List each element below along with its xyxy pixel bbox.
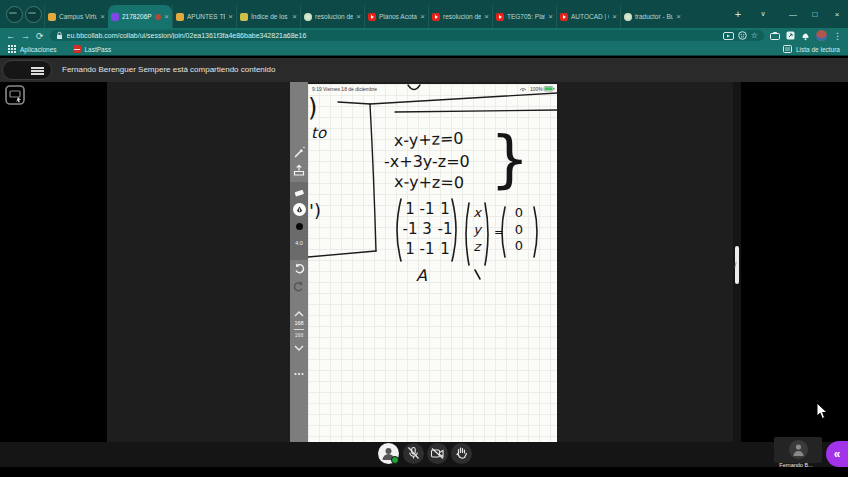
open-collab-panel-button[interactable]: « <box>826 441 848 467</box>
bookmark-star-icon[interactable]: ☆ <box>751 31 758 40</box>
my-status-button[interactable] <box>378 443 399 464</box>
browser-toolbar: ← → ⟳ eu.bbcollab.com/collab/ui/session/… <box>0 28 848 43</box>
zero-vector: 0 0 0 <box>515 205 523 253</box>
tab-resolucion-1[interactable]: resolucion de ter... × <box>300 5 364 28</box>
bookmark-apps[interactable]: Aplicaciones <box>20 46 57 53</box>
equation-system: x-y+z=0 -x+3y-z=0 x-y+z=0 } <box>384 122 529 195</box>
close-button[interactable]: × <box>826 10 848 19</box>
vector-y: y <box>473 222 483 237</box>
ink-color-swatch[interactable] <box>296 223 303 230</box>
tab-favicon <box>240 13 248 21</box>
url-text[interactable]: eu.bbcollab.com/collab/ui/session/join/0… <box>67 32 719 39</box>
tab-close-icon[interactable]: × <box>228 13 233 21</box>
vector-z: z <box>474 239 483 254</box>
reading-list-button[interactable]: Lista de lectura <box>796 46 840 53</box>
fountain-pen-icon <box>293 204 306 217</box>
tab-favicon <box>304 13 312 21</box>
tab-close-icon[interactable]: × <box>100 13 105 21</box>
ipad-side-handle[interactable] <box>735 246 739 284</box>
tab-resolucion-2[interactable]: resolucion de ter... × <box>428 5 492 28</box>
tab-close-icon[interactable]: × <box>420 13 425 21</box>
notifications-bell-icon[interactable] <box>801 31 810 41</box>
tab-label: Índice de los ejer... <box>251 13 289 20</box>
reload-button[interactable]: ⟳ <box>36 31 44 41</box>
youtube-favicon <box>368 13 376 21</box>
extension-square-icon[interactable] <box>786 31 795 40</box>
share-tray-icon[interactable] <box>293 164 305 176</box>
shared-content-pip-icon[interactable] <box>5 85 25 105</box>
tab-planos-acotados[interactable]: Planos Acotados × <box>364 5 428 28</box>
equals-sign: = <box>494 225 504 239</box>
collab-bottom-bar <box>0 442 848 467</box>
hamburger-icon <box>31 67 44 69</box>
pen-tool-selected[interactable] <box>293 203 306 216</box>
tab-apuntes[interactable]: APUNTES TERRI... × <box>172 5 236 28</box>
participant-thumbnail[interactable] <box>774 437 822 463</box>
camera-muted-button[interactable] <box>427 443 448 464</box>
bookmark-lastpass[interactable]: LastPass <box>85 46 112 53</box>
tab-list: Campus Virtual - × 2178206P In... × APUN… <box>44 5 684 28</box>
tab-close-icon[interactable]: × <box>356 13 361 21</box>
tab-campus-virtual[interactable]: Campus Virtual - × <box>44 5 108 28</box>
youtube-favicon <box>496 13 504 21</box>
scribble-mid: ') <box>309 200 321 221</box>
tab-label: traductor - Busc... <box>635 13 673 20</box>
minimize-button[interactable]: — <box>782 10 804 19</box>
tab-close-icon[interactable]: × <box>484 13 489 21</box>
eraser-tool-icon[interactable] <box>293 187 305 199</box>
sharing-status-text: Fernando Berenguer Sempere está comparti… <box>62 65 275 74</box>
more-options-icon[interactable] <box>293 368 305 380</box>
tab-indice[interactable]: Índice de los ejer... × <box>236 5 300 28</box>
tab-teg705[interactable]: TEG705: Platafor... × <box>492 5 556 28</box>
back-button[interactable]: ← <box>6 31 15 41</box>
pen-width-value[interactable]: 4.0 <box>290 240 308 246</box>
tab-autocad[interactable]: AUTOCAD | Com... × <box>556 5 620 28</box>
browser-globe-icon[interactable] <box>6 6 23 23</box>
laser-pen-tool-icon[interactable] <box>293 146 305 158</box>
session-menu-button[interactable] <box>2 60 52 80</box>
matrix-cell: 1 <box>440 240 450 258</box>
tab-traductor[interactable]: traductor - Busc... × <box>620 5 684 28</box>
tab-label: AUTOCAD | Com... <box>571 13 609 20</box>
media-card-icon[interactable] <box>723 32 734 40</box>
matrix-cell: 1 <box>440 200 450 218</box>
extension-briefcase-icon[interactable] <box>770 31 780 40</box>
scribble-paren: ) <box>308 94 317 122</box>
tab-label: Planos Acotados <box>379 13 417 20</box>
person-icon <box>789 440 808 459</box>
forward-button[interactable]: → <box>21 31 30 41</box>
page-divider <box>294 329 304 330</box>
matrix-cell: 1 <box>405 240 415 258</box>
undo-icon[interactable] <box>293 262 305 274</box>
page-up-chevron-icon[interactable] <box>293 308 305 320</box>
zero-cell: 0 <box>515 205 523 220</box>
profile-chevron-icon[interactable]: ∨ <box>752 10 774 18</box>
emoji-icon[interactable] <box>738 31 747 40</box>
handwriting-layer: x-y+z=0 -x+3y-z=0 x-y+z=0 } ) to ') <box>308 84 557 442</box>
tab-close-icon[interactable]: × <box>612 13 617 21</box>
equation-1: x-y+z=0 <box>393 129 463 150</box>
page-down-chevron-icon[interactable] <box>293 342 305 354</box>
apps-grid-icon <box>8 45 16 53</box>
redo-icon[interactable] <box>293 280 305 292</box>
tab-close-icon[interactable]: × <box>164 13 169 21</box>
tab-2178206p-active[interactable]: 2178206P In... × <box>108 5 172 28</box>
raise-hand-button[interactable] <box>451 443 472 464</box>
profile-avatar[interactable] <box>816 30 827 41</box>
youtube-favicon <box>560 13 568 21</box>
maximize-button[interactable]: □ <box>804 10 826 19</box>
tab-favicon <box>176 13 184 21</box>
menu-kebab-icon[interactable]: ⋮ <box>833 31 842 41</box>
screen: Campus Virtual - × 2178206P In... × APUN… <box>0 0 848 477</box>
vector-x: x <box>473 205 482 220</box>
tab-close-icon[interactable]: × <box>292 13 297 21</box>
address-bar[interactable]: eu.bbcollab.com/collab/ui/session/join/0… <box>50 30 764 41</box>
new-tab-button[interactable]: + <box>731 7 745 21</box>
microphone-muted-button[interactable] <box>403 443 424 464</box>
participant-avatar <box>789 440 808 459</box>
tab-close-icon[interactable]: × <box>676 13 681 21</box>
footer-strip <box>0 467 848 477</box>
matrix-cell: -1 <box>420 240 435 258</box>
tab-close-icon[interactable]: × <box>548 13 553 21</box>
browser-globe-icon-2[interactable] <box>25 6 42 23</box>
